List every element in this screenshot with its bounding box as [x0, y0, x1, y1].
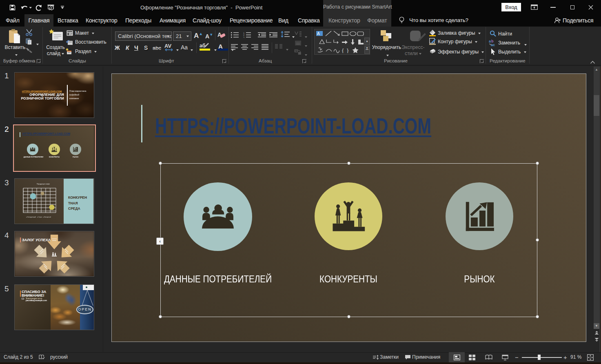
svg-text:3: 3	[243, 36, 244, 38]
svg-text:{: {	[342, 47, 344, 53]
svg-text:}: }	[347, 47, 349, 53]
svg-text:A: A	[317, 31, 320, 36]
svg-text:ac: ac	[491, 43, 495, 47]
